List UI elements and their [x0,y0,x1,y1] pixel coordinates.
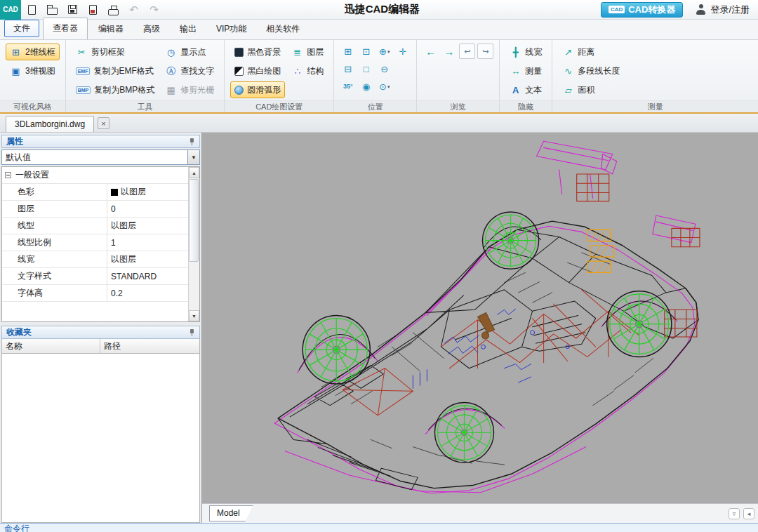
property-value[interactable]: 1 [107,234,188,251]
property-row[interactable]: 字体高 0.2 [2,285,188,302]
smooth-arc-label: 圆滑弧形 [247,84,281,96]
property-value-text: 1 [111,238,116,248]
menu-tab-editor[interactable]: 编辑器 [89,19,133,39]
show-points-button[interactable]: ◷ 显示点 [161,44,218,60]
structure-button[interactable]: ∴ 结构 [287,62,328,79]
command-line-bar[interactable]: 命令行 [0,523,758,532]
property-value[interactable]: 以图层 [107,218,188,234]
favorites-col-path[interactable]: 路径 [100,339,199,353]
view-center-button[interactable]: ◉ [358,79,374,94]
bw-drawing-button[interactable]: 黑白绘图 [230,62,285,79]
view-3d-button[interactable]: ▣ 3维视图 [6,62,60,79]
show-points-label: 显示点 [180,46,206,58]
pan-button[interactable]: ✛ [394,44,411,59]
zoom-scale-button[interactable]: ⊙▾ [376,79,392,94]
group-label-position: 位置 [334,100,416,112]
clip-frame-button[interactable]: ✂ 剪切框架 [72,44,159,60]
app-window: CAD ↶ ↷ 迅捷CAD编辑器 CAD CAD转换器 登录/注册 文件 查看器… [0,0,758,532]
save-button[interactable] [63,1,82,18]
rotate-view-button[interactable]: 35° [340,79,356,94]
measure-distance-button[interactable]: ↗ 距离 [558,44,624,60]
previous-view-button[interactable]: ↩ [459,44,475,59]
cad-converter-button[interactable]: CAD CAD转换器 [601,2,684,18]
property-name: 字体高 [2,285,107,301]
redo-button[interactable]: ↷ [145,1,164,18]
zoom-scale-icon: ⊙ [379,82,387,91]
combo-dropdown-button[interactable]: ▼ [187,150,199,164]
property-row[interactable]: 图层 0 [2,201,188,218]
back-view-button[interactable]: ← [423,44,439,59]
hide-text-button[interactable]: A 文本 [505,81,546,98]
area-icon: ▱ [562,86,574,95]
property-value[interactable]: 以图层 [107,184,188,200]
arrow-down-icon: ▼ [192,314,197,319]
layout-expand-button[interactable]: ▿ [729,508,740,519]
distance-icon: ↗ [562,48,574,57]
hide-linewidth-button[interactable]: ╋ 线宽 [505,44,546,60]
property-row[interactable]: 文字样式 STANDARD [2,268,188,285]
wireframe-2d-button[interactable]: ⊞ 2维线框 [6,44,60,60]
property-row[interactable]: 线型比例 1 [2,234,188,251]
ribbon-group-cad-settings: 黑色背景 黑白绘图 圆滑弧形 ≣ 图层 [225,40,334,112]
scroll-up-button[interactable]: ▲ [189,167,199,178]
favorites-col-name[interactable]: 名称 [2,339,100,353]
property-name: 线型 [2,218,107,234]
copy-bmp-button[interactable]: BMP 复制为BMP格式 [72,81,159,98]
properties-title: 属性 [6,135,23,147]
menu-tab-file[interactable]: 文件 [4,20,39,37]
property-group-row[interactable]: 一般设置 [2,167,188,184]
scrollbar-thumb[interactable] [189,179,199,262]
print-button[interactable] [104,1,123,18]
black-background-button[interactable]: 黑色背景 [230,44,285,60]
smooth-arc-button[interactable]: 圆滑弧形 [230,81,285,98]
find-text-button[interactable]: Ⓐ 查找文字 [161,62,218,79]
favorites-list[interactable] [1,354,200,523]
pin-icon[interactable] [189,328,195,336]
property-value[interactable]: 0 [107,201,188,217]
zoom-in-button[interactable]: ⊕▾ [376,44,392,59]
undo-button[interactable]: ↶ [124,1,143,18]
menu-tab-related[interactable]: 相关软件 [257,19,309,39]
property-row[interactable]: 色彩 以图层 [2,184,188,201]
property-preset-combobox[interactable]: 默认值 ▼ [1,149,200,165]
close-document-button[interactable]: × [98,117,109,129]
copy-emf-button[interactable]: EMF 复制为EMF格式 [72,62,159,79]
drawing-canvas[interactable] [202,133,758,503]
zoom-extents-button[interactable]: □ [358,61,374,77]
collapse-icon[interactable] [5,172,11,178]
property-value[interactable]: 以图层 [107,251,188,267]
text-toggle-icon: A [510,86,521,95]
menu-tab-advanced[interactable]: 高级 [134,19,169,39]
measure-area-button[interactable]: ▱ 面积 [558,81,624,98]
export-pdf-button[interactable] [84,1,102,18]
layers-button[interactable]: ≣ 图层 [287,44,328,60]
zoom-window-button[interactable]: ⊡ [358,44,374,59]
login-register-button[interactable]: 登录/注册 [696,4,750,16]
property-scrollbar[interactable]: ▲ ▼ [188,167,199,321]
menu-tab-vip[interactable]: VIP功能 [207,19,255,39]
property-value[interactable]: STANDARD [107,268,188,284]
menu-tab-output[interactable]: 输出 [171,19,206,39]
zoom-out-button[interactable]: ⊖ [376,61,392,77]
tile-views-button[interactable]: ⊟ [340,61,356,77]
hide-measure-button[interactable]: ↔ 测量 [505,62,546,79]
property-grid: 一般设置 色彩 以图层 图层 0 线型 [1,166,200,322]
forward-view-button[interactable]: → [441,44,457,59]
save-icon [68,5,77,14]
property-value[interactable]: 0.2 [107,285,188,301]
menu-tab-viewer[interactable]: 查看器 [43,18,88,39]
property-row[interactable]: 线型 以图层 [2,218,188,234]
sidebar: 属性 默认值 ▼ 一般设置 色彩 以图层 [0,133,202,523]
new-file-button[interactable] [22,1,41,18]
document-tab[interactable]: 3DLamborgini.dwg [6,116,94,132]
measure-polyline-button[interactable]: ∿ 多段线长度 [558,62,624,79]
property-row[interactable]: 线宽 以图层 [2,251,188,268]
scroll-down-button[interactable]: ▼ [189,310,199,321]
hscroll-left-button[interactable]: ◂ [743,508,754,519]
next-view-button[interactable]: ↪ [477,44,493,59]
trim-raster-button[interactable]: ▦ 修剪光栅 [161,81,218,98]
model-tab[interactable]: Model [209,505,253,521]
clone-view-button[interactable]: ⊞ [340,44,356,59]
pin-icon[interactable] [189,138,195,145]
open-file-button[interactable] [43,1,62,18]
